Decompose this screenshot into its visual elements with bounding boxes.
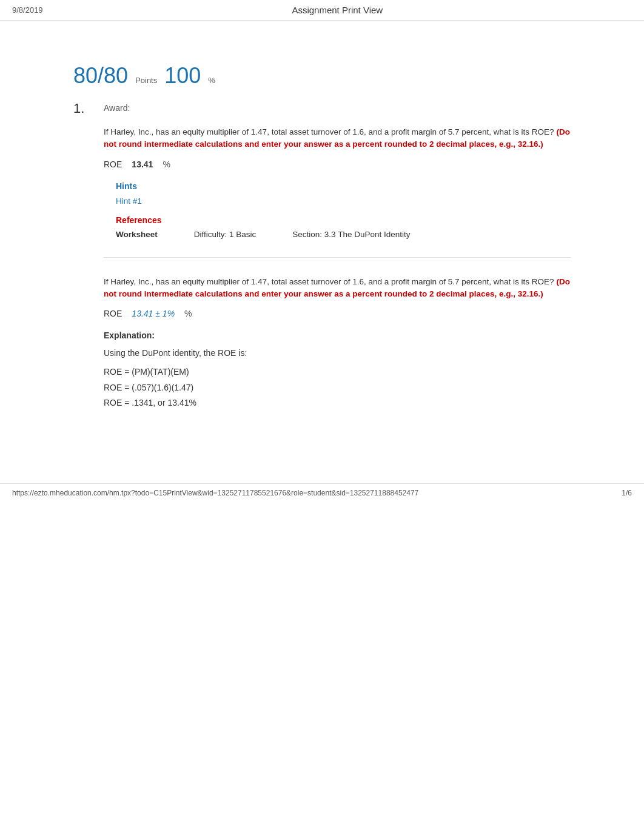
- bottom-page: 1/6: [622, 489, 632, 497]
- roe-unit: %: [163, 159, 170, 169]
- explanation-intro: Using the DuPont identity, the ROE is:: [104, 346, 571, 360]
- references-row: Worksheet Difficulty: 1 Basic Section: 3…: [116, 230, 571, 239]
- bottom-url: https://ezto.mheducation.com/hm.tpx?todo…: [12, 489, 418, 497]
- references-section: References Worksheet Difficulty: 1 Basic…: [116, 215, 571, 239]
- question1-answer-text: If Harley, Inc., has an equity multiplie…: [104, 276, 571, 301]
- hint1-link[interactable]: Hint #1: [116, 196, 142, 206]
- hints-title: Hints: [116, 181, 571, 191]
- question-number: 1.: [73, 101, 92, 116]
- explanation-calcs: ROE = (PM)(TAT)(EM) ROE = (.057)(1.6)(1.…: [104, 364, 571, 411]
- section-label: Section: 3.3 The DuPont Identity: [292, 230, 410, 239]
- top-bar: 9/8/2019 Assignment Print View: [0, 0, 644, 21]
- explanation-title: Explanation:: [104, 330, 571, 340]
- question-header: 1. Award:: [73, 101, 571, 116]
- calc-line2: ROE = (.057)(1.6)(1.47): [104, 380, 571, 395]
- roe-value-italic: 13.41 ± 1%: [132, 309, 175, 318]
- bottom-bar: https://ezto.mheducation.com/hm.tpx?todo…: [0, 483, 644, 502]
- page-title: Assignment Print View: [292, 5, 383, 15]
- difficulty-label: Difficulty: 1 Basic: [194, 230, 257, 239]
- roe-label-2: ROE: [104, 309, 122, 318]
- roe-value: 13.41: [132, 159, 153, 169]
- calc-line1: ROE = (PM)(TAT)(EM): [104, 364, 571, 380]
- roe-label: ROE: [104, 159, 122, 169]
- explanation-section: Explanation: Using the DuPont identity, …: [104, 330, 571, 411]
- calc-line3: ROE = .1341, or 13.41%: [104, 395, 571, 411]
- worksheet-label: Worksheet: [116, 230, 158, 239]
- score-percent: 100: [164, 63, 201, 89]
- date-label: 9/8/2019: [12, 5, 43, 15]
- question1-text-normal: If Harley, Inc., has an equity multiplie…: [104, 127, 554, 136]
- roe-unit-2: %: [184, 309, 192, 318]
- score-points-label: Points: [135, 76, 157, 85]
- question1-text: If Harley, Inc., has an equity multiplie…: [104, 126, 571, 151]
- percent-sign: %: [208, 76, 215, 85]
- question1-answer-text-normal: If Harley, Inc., has an equity multiplie…: [104, 277, 554, 286]
- award-label: Award:: [104, 103, 130, 113]
- answer-row-2: ROE 13.41 ± 1% %: [104, 309, 571, 318]
- answer-row: ROE 13.41 %: [104, 159, 571, 169]
- main-content: 80/80 Points 100 % 1. Award: If Harley, …: [49, 21, 595, 447]
- score-points: 80/80: [73, 63, 128, 89]
- question1-answer-block: If Harley, Inc., has an equity multiplie…: [104, 257, 571, 411]
- hints-section: Hints Hint #1: [116, 181, 571, 206]
- question1-block: If Harley, Inc., has an equity multiplie…: [104, 126, 571, 239]
- score-section: 80/80 Points 100 %: [73, 63, 571, 89]
- references-title: References: [116, 215, 571, 225]
